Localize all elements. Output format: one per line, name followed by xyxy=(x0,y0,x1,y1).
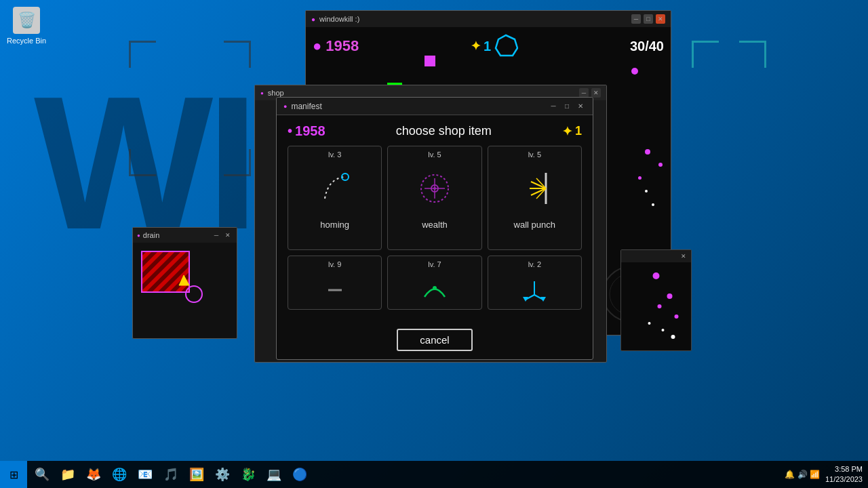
taskbar-firefox[interactable]: 🦊 xyxy=(81,462,106,487)
taskbar-settings[interactable]: ⚙️ xyxy=(210,462,235,487)
recycle-bin[interactable]: 🗑️ Recycle Bin xyxy=(7,7,46,45)
taskbar-chrome[interactable]: 🌐 xyxy=(107,462,132,487)
game-maximize-btn[interactable]: □ xyxy=(644,14,653,24)
shop-stars-display: ✦ 1 xyxy=(562,124,582,139)
item-card-6[interactable]: lv. 2 xyxy=(488,256,582,310)
corner-bracket-tl2 xyxy=(692,41,719,68)
particle-2 xyxy=(645,149,650,155)
taskbar-media[interactable]: 🎵 xyxy=(159,462,183,487)
gold-dot-icon: ● xyxy=(313,37,321,55)
game-close-btn[interactable]: ✕ xyxy=(656,14,665,24)
shop-outer-dot: ● xyxy=(260,90,264,96)
star-icon: ✦ xyxy=(471,39,481,54)
svg-point-12 xyxy=(675,314,679,319)
shop-outer-minimize[interactable]: ─ xyxy=(579,88,589,98)
item6-svg xyxy=(517,278,551,302)
small-window-title: ✕ xyxy=(621,250,691,262)
svg-marker-0 xyxy=(496,35,517,56)
player-dot xyxy=(425,56,435,66)
manifest-dot: ● xyxy=(283,103,287,110)
svg-point-15 xyxy=(671,335,675,339)
shop-inner-window: ● manifest ─ □ ✕ • 1958 choose shop item… xyxy=(276,97,593,360)
corner-bracket-tr2 xyxy=(739,41,766,68)
item-card-wall-punch[interactable]: lv. 5 wall punch xyxy=(488,146,582,250)
taskbar-explorer[interactable]: 📁 xyxy=(56,462,80,487)
game-minimize-btn[interactable]: ─ xyxy=(631,14,641,24)
wealth-svg xyxy=(411,165,458,212)
shop-gold-display: • 1958 xyxy=(288,123,326,139)
shop-outer-title-label: shop xyxy=(268,89,284,97)
drain-visual xyxy=(138,248,206,309)
shop-main-title: choose shop item xyxy=(396,124,492,138)
star-count: 1 xyxy=(484,39,491,54)
item-card-5[interactable]: lv. 7 xyxy=(387,256,481,310)
gold-display: 1958 xyxy=(326,37,359,55)
game-window-dot: ● xyxy=(311,16,315,23)
homing-level: lv. 3 xyxy=(328,146,341,161)
item5-icon xyxy=(418,271,452,309)
taskbar-terminal[interactable]: 💻 xyxy=(262,462,286,487)
shop-stars-value: 1 xyxy=(575,124,582,138)
taskbar-date-display: 11/23/2023 xyxy=(825,474,863,485)
cancel-row: cancel xyxy=(288,323,582,351)
particle-6 xyxy=(652,203,654,206)
svg-line-25 xyxy=(531,188,546,195)
drain-dot: ● xyxy=(137,232,140,239)
drain-content xyxy=(133,243,237,338)
wall-punch-level: lv. 5 xyxy=(528,146,541,161)
taskbar-photos[interactable]: 🖼️ xyxy=(184,462,209,487)
small-close-btn[interactable]: ✕ xyxy=(679,251,688,261)
item-card-4[interactable]: lv. 9 xyxy=(288,256,382,310)
item6-level: lv. 2 xyxy=(528,256,541,271)
shop-inner-titlebar: ● manifest ─ □ ✕ xyxy=(277,98,593,115)
drain-window: ● drain ─ ✕ xyxy=(132,227,237,339)
game-stats: ● 1958 ✦ 1 30/40 xyxy=(313,34,664,58)
taskbar-clock[interactable]: 3:58 PM 11/23/2023 xyxy=(825,464,868,485)
particle-1 xyxy=(631,68,638,75)
drain-minimize[interactable]: ─ xyxy=(212,230,221,240)
shop-gold-value: 1958 xyxy=(295,123,326,139)
item4-level: lv. 9 xyxy=(328,256,341,271)
small-window-content xyxy=(621,262,691,350)
shop-header: • 1958 choose shop item ✦ 1 xyxy=(288,115,582,146)
svg-point-11 xyxy=(658,304,662,308)
manifest-minimize[interactable]: ─ xyxy=(548,101,559,112)
corner-bracket-tr xyxy=(224,41,251,68)
item4-icon xyxy=(321,271,349,309)
small-window-particles xyxy=(621,262,691,350)
drain-title-bar: ● drain ─ ✕ xyxy=(133,228,237,243)
cancel-button[interactable]: cancel xyxy=(397,329,472,351)
wall-punch-icon-area xyxy=(488,161,581,216)
start-button[interactable]: ⊞ xyxy=(0,461,27,488)
particle-5 xyxy=(645,190,648,192)
score-display: 30/40 xyxy=(630,39,664,54)
taskbar-app3[interactable]: 🔵 xyxy=(288,462,312,487)
svg-point-9 xyxy=(653,272,660,279)
taskbar-mail[interactable]: 📧 xyxy=(133,462,157,487)
shop-star-symbol: ✦ xyxy=(562,124,572,139)
game-window-titlebar: ● windowkill :) ─ □ ✕ xyxy=(306,11,671,27)
taskbar-search[interactable]: 🔍 xyxy=(30,462,54,487)
wall-punch-name: wall punch xyxy=(514,216,555,235)
game-window-title: windowkill :) xyxy=(319,15,359,23)
taskbar-icons: 🔍 📁 🦊 🌐 📧 🎵 🖼️ ⚙️ 🐉 💻 🔵 xyxy=(27,462,779,487)
particle-4 xyxy=(638,176,642,180)
item4-svg xyxy=(321,280,349,300)
svg-point-21 xyxy=(433,187,436,190)
manifest-close[interactable]: ✕ xyxy=(575,101,586,112)
shop-body: • 1958 choose shop item ✦ 1 lv. 3 xyxy=(277,115,593,359)
recycle-bin-icon: 🗑️ xyxy=(13,7,40,34)
start-icon: ⊞ xyxy=(9,468,18,481)
svg-point-13 xyxy=(648,322,651,325)
drain-close[interactable]: ✕ xyxy=(223,230,233,240)
svg-point-8 xyxy=(186,286,202,302)
taskbar-app1[interactable]: 🐉 xyxy=(236,462,260,487)
corner-bracket-bl xyxy=(129,149,156,176)
recycle-bin-label: Recycle Bin xyxy=(7,37,46,45)
system-tray-icons: 🔔 🔊 📶 xyxy=(785,470,820,479)
manifest-maximize[interactable]: □ xyxy=(561,101,572,112)
item-card-wealth[interactable]: lv. 5 wealth xyxy=(387,146,481,250)
item-card-homing[interactable]: lv. 3 homing xyxy=(288,146,382,250)
shop-outer-close[interactable]: ✕ xyxy=(591,88,601,98)
item5-svg xyxy=(418,278,452,302)
